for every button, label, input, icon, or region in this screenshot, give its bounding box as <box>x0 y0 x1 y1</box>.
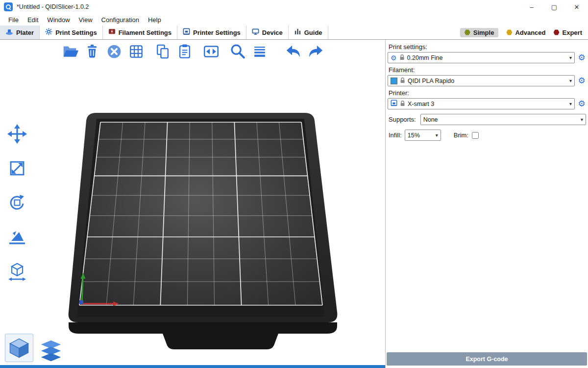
viewport-bottom-strip <box>0 365 385 368</box>
advanced-mode-icon <box>506 29 512 35</box>
tab-label: Printer Settings <box>193 29 241 36</box>
place-on-face-tool-button[interactable] <box>6 226 28 248</box>
sidebar: Print settings: ⚙ 0.20mm Fine ▾ ⚙ Filame… <box>385 40 588 368</box>
menu-window[interactable]: Window <box>43 16 74 24</box>
tab-label: Print Settings <box>55 29 97 36</box>
device-icon <box>252 28 259 37</box>
open-file-button[interactable] <box>60 42 80 61</box>
plater-icon <box>5 28 13 37</box>
chevron-down-icon: ▾ <box>436 133 438 138</box>
redo-button[interactable] <box>306 42 325 61</box>
gizmo-toolbar <box>6 123 28 283</box>
viewport-3d[interactable] <box>0 40 385 368</box>
supports-combo[interactable]: None ▾ <box>420 114 586 125</box>
variable-layer-height-button[interactable] <box>250 42 270 61</box>
view-mode-buttons <box>5 334 63 362</box>
mode-label: Advanced <box>515 29 545 36</box>
printer-icon <box>391 100 397 108</box>
simple-mode-icon <box>465 29 470 35</box>
lock-icon <box>399 54 405 62</box>
printer-gear-button[interactable]: ⚙ <box>577 100 586 108</box>
split-button[interactable] <box>201 42 221 61</box>
lock-icon <box>400 100 405 108</box>
print-settings-gear-button[interactable]: ⚙ <box>577 53 586 62</box>
chevron-down-icon: ▾ <box>581 117 583 122</box>
tab-printer-settings[interactable]: Printer Settings <box>177 26 246 39</box>
infill-value: 15% <box>408 132 433 139</box>
printer-row: X-smart 3 ▾ ⚙ <box>388 98 586 109</box>
lock-icon <box>400 77 405 85</box>
mode-switcher: Simple Advanced Expert <box>460 26 588 39</box>
move-tool-button[interactable] <box>6 123 28 145</box>
filament-color-swatch <box>391 78 397 84</box>
infill-combo[interactable]: 15% ▾ <box>405 130 441 141</box>
tab-label: Guide <box>304 29 322 36</box>
menu-configuration[interactable]: Configuration <box>97 16 144 24</box>
preset-gear-icon: ⚙ <box>391 54 397 61</box>
tab-plater[interactable]: Plater <box>0 26 40 39</box>
mode-label: Expert <box>563 29 582 36</box>
arrange-button[interactable] <box>126 42 146 61</box>
scale-tool-button[interactable] <box>6 157 28 180</box>
print-settings-value: 0.20mm Fine <box>407 54 567 61</box>
chevron-down-icon: ▾ <box>569 55 572 60</box>
delete-button[interactable] <box>82 42 102 61</box>
print-bed <box>49 104 343 354</box>
print-settings-row: ⚙ 0.20mm Fine ▾ ⚙ <box>388 52 586 63</box>
printer-combo[interactable]: X-smart 3 ▾ <box>388 98 575 109</box>
filament-label: Filament: <box>389 66 586 74</box>
tab-filament-settings[interactable]: Filament Settings <box>103 26 177 39</box>
mode-advanced[interactable]: Advanced <box>506 29 545 36</box>
printer-value: X-smart 3 <box>408 101 567 107</box>
delete-all-button[interactable] <box>104 42 124 61</box>
copy-button[interactable] <box>153 42 172 61</box>
mode-label: Simple <box>473 29 494 36</box>
printer-label: Printer: <box>389 89 586 97</box>
measure-tool-button[interactable] <box>6 260 28 283</box>
chevron-down-icon: ▾ <box>569 102 572 106</box>
expert-mode-icon <box>554 29 560 35</box>
plater-toolbar <box>0 42 385 61</box>
tab-label: Plater <box>16 29 34 36</box>
mode-expert[interactable]: Expert <box>554 29 582 36</box>
tab-guide[interactable]: Guide <box>289 26 328 39</box>
print-settings-icon <box>45 28 52 37</box>
filament-combo[interactable]: QIDI PLA Rapido ▾ <box>388 75 575 86</box>
view-layers-button[interactable] <box>39 340 63 362</box>
menu-edit[interactable]: Edit <box>23 16 43 24</box>
close-button[interactable]: ✕ <box>565 0 588 14</box>
mode-simple[interactable]: Simple <box>460 28 499 37</box>
export-gcode-button[interactable]: Export G-code <box>387 352 587 366</box>
filament-settings-icon <box>108 28 116 37</box>
filament-gear-button[interactable]: ⚙ <box>577 77 586 85</box>
print-settings-label: Print settings: <box>389 43 586 51</box>
filament-row: QIDI PLA Rapido ▾ ⚙ <box>388 75 586 86</box>
rotate-tool-button[interactable] <box>6 191 28 214</box>
minimize-button[interactable]: – <box>520 0 543 14</box>
print-settings-combo[interactable]: ⚙ 0.20mm Fine ▾ <box>388 52 575 63</box>
app-logo-icon <box>4 2 13 11</box>
infill-brim-row: Infill: 15% ▾ Brim: <box>388 130 586 141</box>
menu-file[interactable]: File <box>4 16 23 24</box>
tabbar: Plater Print Settings Filament Settings … <box>0 26 588 40</box>
view-3d-button[interactable] <box>5 334 33 362</box>
brim-label: Brim: <box>454 131 468 139</box>
maximize-button[interactable]: ▢ <box>543 0 565 14</box>
window-controls: – ▢ ✕ <box>520 0 588 14</box>
tab-label: Filament Settings <box>119 29 172 36</box>
titlebar: *Untitled - QIDISlicer-1.0.2 – ▢ ✕ <box>0 0 588 14</box>
supports-row: Supports: None ▾ <box>388 114 586 125</box>
infill-label: Infill: <box>389 131 402 139</box>
brim-checkbox[interactable] <box>472 132 479 139</box>
window-title: *Untitled - QIDISlicer-1.0.2 <box>17 3 89 10</box>
tab-device[interactable]: Device <box>246 26 289 39</box>
tab-print-settings[interactable]: Print Settings <box>40 26 103 39</box>
search-button[interactable] <box>228 42 247 61</box>
supports-label: Supports: <box>389 116 416 123</box>
undo-button[interactable] <box>284 42 303 61</box>
menu-help[interactable]: Help <box>144 16 166 24</box>
supports-value: None <box>423 116 578 123</box>
paste-button[interactable] <box>175 42 195 61</box>
chevron-down-icon: ▾ <box>569 79 572 83</box>
menu-view[interactable]: View <box>74 16 97 24</box>
